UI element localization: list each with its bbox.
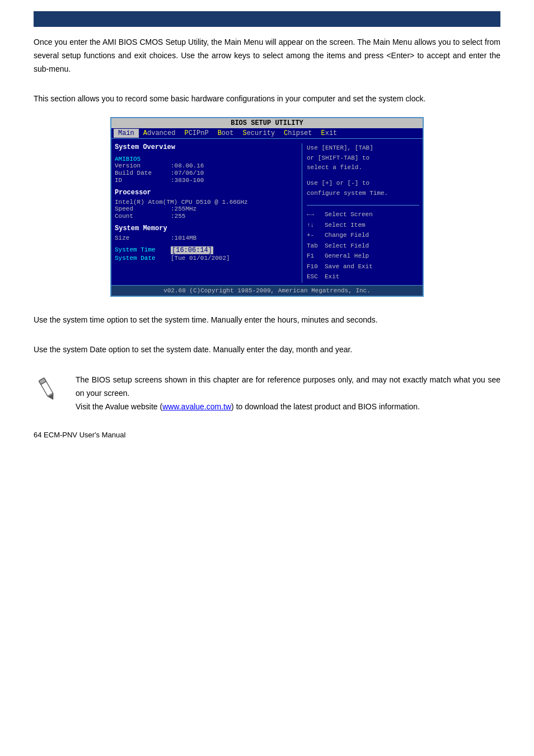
key-row-select-field: Tab Select Field [307, 241, 419, 251]
note-line1: The BIOS setup screens shown in this cha… [76, 374, 500, 400]
key-desc-select-item: Select Item [325, 221, 366, 230]
bios-left-panel: System Overview AMIBIOS Version :08.00.1… [115, 143, 299, 282]
time-value[interactable]: [16:06:14] [171, 246, 213, 254]
speed-value: :255MHz [171, 206, 196, 212]
key-plusminus: +- [307, 231, 325, 240]
bios-right-panel: Use [ENTER], [TAB] or [SHIFT-TAB] to sel… [302, 143, 419, 282]
key-desc-select-field: Select Field [325, 241, 369, 251]
system-overview-title: System Overview [115, 143, 295, 151]
bios-menu-chipset[interactable]: Chipset [279, 129, 316, 138]
bios-menu-exit[interactable]: Exit [317, 129, 342, 138]
bios-menu-security[interactable]: Security [238, 129, 279, 138]
bios-title: BIOS SETUP UTILITY [111, 118, 423, 128]
key-row-select-item: ↑↓ Select Item [307, 221, 419, 230]
section-intro: This section allows you to record some b… [34, 92, 500, 106]
key-f10: F10 [307, 262, 325, 272]
version-row: Version :08.00.16 [115, 162, 295, 169]
bios-menu-main[interactable]: Main [114, 129, 139, 138]
avalue-link[interactable]: www.avalue.com.tw [162, 402, 231, 411]
id-label: ID [115, 177, 171, 184]
page-footer-text: 64 ECM-PNV User's Manual [34, 431, 125, 439]
key-desc-f1: General Help [325, 251, 369, 261]
amibios-label: AMIBIOS [115, 156, 295, 162]
key-f1: F1 [307, 251, 325, 261]
speed-label: Speed [115, 206, 171, 212]
key-desc-f10: Save and Exit [325, 262, 373, 272]
count-label: Count [115, 213, 171, 220]
help-line2: or [SHIFT-TAB] to [307, 153, 419, 164]
note-box: The BIOS setup screens shown in this cha… [34, 374, 500, 413]
page-footer: 64 ECM-PNV User's Manual [34, 431, 500, 439]
size-value: :1014MB [171, 235, 196, 241]
build-row: Build Date :07/06/10 [115, 170, 295, 176]
key-row-select-screen: ←→ Select Screen [307, 210, 419, 220]
memory-title: System Memory [115, 225, 295, 232]
key-row-change-field: +- Change Field [307, 231, 419, 240]
note-icon-container [34, 374, 64, 404]
key-desc-change-field: Change Field [325, 231, 369, 240]
size-label: Size [115, 235, 171, 241]
count-row: Count :255 [115, 213, 295, 220]
help-line6: configure system Time. [307, 189, 419, 199]
speed-row: Speed :255MHz [115, 206, 295, 212]
help-divider [307, 205, 419, 206]
key-arrows-ud: ↑↓ [307, 221, 325, 230]
key-esc: ESC [307, 272, 325, 282]
key-tab: Tab [307, 241, 325, 251]
bios-menu-advanced[interactable]: Advanced [139, 129, 180, 138]
bios-title-text: BIOS SETUP UTILITY [231, 119, 303, 127]
key-desc-esc: Exit [325, 272, 339, 282]
bios-menu-pcipnp[interactable]: PCIPnP [180, 129, 213, 138]
help-line1: Use [ENTER], [TAB] [307, 143, 419, 153]
build-label: Build Date [115, 170, 171, 176]
id-row: ID :3830-100 [115, 177, 295, 184]
time-label: System Time [115, 246, 171, 254]
time-row: System Time [16:06:14] [115, 246, 295, 254]
system-date-desc: Use the system Date option to set the sy… [34, 343, 500, 357]
top-banner [34, 11, 500, 27]
note-content: The BIOS setup screens shown in this cha… [76, 374, 500, 413]
processor-name: Intel(R) Atom(TM) CPU D510 @ 1.66GHz [115, 199, 295, 206]
key-row-f10: F10 Save and Exit [307, 262, 419, 272]
build-value: :07/06/10 [171, 170, 204, 176]
id-value: :3830-100 [171, 177, 204, 184]
bios-menu-boot[interactable]: Boot [213, 129, 238, 138]
pencil-icon [34, 374, 62, 404]
note-line2: Visit the Avalue website (www.avalue.com… [76, 400, 500, 414]
system-time-text: Use the system time option to set the sy… [34, 315, 378, 324]
key-table: ←→ Select Screen ↑↓ Select Item +- Chang… [307, 210, 419, 282]
help-top: Use [ENTER], [TAB] or [SHIFT-TAB] to sel… [307, 143, 419, 198]
key-row-f1: F1 General Help [307, 251, 419, 261]
system-date-text: Use the system Date option to set the sy… [34, 345, 352, 354]
count-value: :255 [171, 213, 185, 220]
date-value: [Tue 01/01/2002] [171, 255, 230, 262]
key-arrows-lr: ←→ [307, 210, 325, 220]
bios-menu-bar: Main Advanced PCIPnP Boot Security Chips… [111, 128, 423, 139]
version-value: :08.00.16 [171, 162, 204, 169]
key-row-esc: ESC Exit [307, 272, 419, 282]
date-label: System Date [115, 255, 171, 262]
version-label: Version [115, 162, 171, 169]
date-row: System Date [Tue 01/01/2002] [115, 255, 295, 262]
section-intro-text: This section allows you to record some b… [34, 94, 425, 103]
bios-screenshot: BIOS SETUP UTILITY Main Advanced PCIPnP … [110, 117, 424, 296]
bios-footer: v02.68 (C)Copyright 1985-2009, American … [111, 285, 423, 296]
intro-text: Once you enter the AMI BIOS CMOS Setup U… [34, 38, 500, 73]
size-row: Size :1014MB [115, 235, 295, 241]
processor-title: Processor [115, 189, 295, 197]
bios-body: System Overview AMIBIOS Version :08.00.1… [111, 139, 423, 284]
system-time-desc: Use the system time option to set the sy… [34, 314, 500, 327]
key-desc-select-screen: Select Screen [325, 210, 373, 220]
help-line5: Use [+] or [-] to [307, 179, 419, 189]
intro-paragraph: Once you enter the AMI BIOS CMOS Setup U… [34, 36, 500, 76]
help-line3: select a field. [307, 163, 419, 173]
bios-footer-text: v02.68 (C)Copyright 1985-2009, American … [163, 287, 371, 294]
